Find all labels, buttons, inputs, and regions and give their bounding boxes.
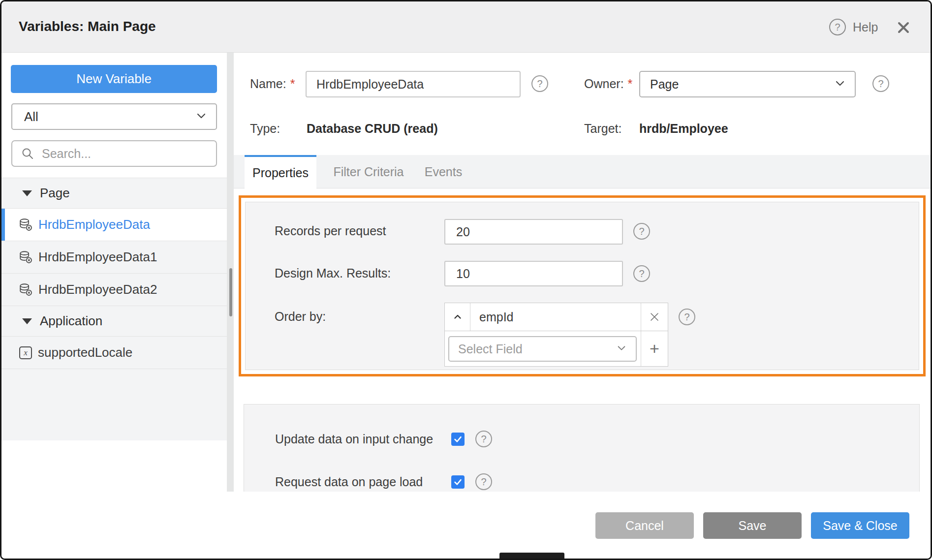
clipped-background-text [499, 553, 564, 560]
order-by-row: empId [444, 303, 668, 331]
request-on-load-help-icon[interactable]: ? [475, 473, 492, 490]
sidebar-list-filler [1, 369, 227, 440]
name-help-icon[interactable]: ? [531, 75, 548, 92]
select-field-dropdown[interactable]: Select Field [448, 336, 637, 362]
detail-tabbar: Properties Filter Criteria Events [234, 155, 932, 188]
variables-dialog: Variables: Main Page ? Help New Variable… [0, 0, 932, 560]
help-button[interactable]: ? Help [829, 19, 878, 35]
variables-sidebar: New Variable All Page [1, 53, 227, 492]
order-by-label: Order by: [275, 310, 326, 324]
required-asterisk: * [290, 77, 295, 91]
close-icon[interactable] [895, 19, 912, 36]
sort-ascending-toggle[interactable] [445, 303, 470, 331]
database-crud-icon [19, 283, 32, 296]
order-by-field-value[interactable]: empId [470, 303, 641, 331]
sidebar-divider [227, 53, 234, 492]
request-on-load-label: Request data on page load [275, 475, 423, 489]
chevron-down-icon [834, 77, 846, 91]
variable-list: Page HrdbEmployeeData [1, 178, 227, 440]
design-max-results-help-icon[interactable]: ? [633, 265, 650, 282]
dialog-titlebar: Variables: Main Page ? Help [1, 1, 931, 53]
tab-filter-criteria[interactable]: Filter Criteria [325, 155, 412, 189]
records-per-request-label: Records per request [275, 224, 386, 238]
dialog-footer: Cancel Save Save & Close [1, 492, 931, 560]
sidebar-item-hrdbemployeedata[interactable]: HrdbEmployeeData [1, 208, 227, 241]
name-input[interactable] [306, 71, 521, 97]
update-on-input-label: Update data on input change [275, 432, 433, 446]
sidebar-group-page[interactable]: Page [1, 178, 227, 208]
database-crud-icon [19, 218, 32, 231]
sidebar-group-application[interactable]: Application [1, 306, 227, 336]
collapse-triangle-icon [22, 318, 32, 324]
sidebar-item-hrdbemployeedata1[interactable]: HrdbEmployeeData1 [1, 241, 227, 273]
type-value: Database CRUD (read) [307, 122, 438, 136]
select-field-placeholder: Select Field [458, 342, 523, 356]
order-by-add-row: Select Field + [444, 331, 668, 367]
save-button[interactable]: Save [703, 512, 802, 539]
check-icon [453, 435, 463, 444]
order-by-help-icon[interactable]: ? [679, 309, 695, 325]
save-and-close-button[interactable]: Save & Close [811, 512, 909, 539]
chevron-down-icon [616, 342, 627, 355]
cancel-button[interactable]: Cancel [595, 512, 694, 539]
owner-selected-value: Page [650, 77, 679, 92]
search-input[interactable] [41, 146, 198, 161]
request-on-load-checkbox[interactable] [451, 475, 465, 489]
owner-select[interactable]: Page [639, 71, 856, 97]
variable-type-filter-select[interactable]: All [11, 103, 217, 130]
name-label: Name:* [250, 77, 295, 91]
update-on-input-help-icon[interactable]: ? [475, 431, 492, 447]
collapse-triangle-icon [22, 190, 32, 196]
variable-detail-panel: Name:* ? Owner:* Page ? Type: Database C… [234, 53, 932, 492]
design-max-results-label: Design Max. Results: [275, 266, 391, 280]
required-asterisk: * [628, 77, 633, 91]
new-variable-button[interactable]: New Variable [11, 65, 217, 93]
x-icon [648, 311, 661, 323]
help-question-icon: ? [829, 19, 846, 35]
sidebar-scrollbar[interactable] [229, 268, 232, 316]
check-icon [453, 477, 463, 487]
sidebar-item-hrdbemployeedata2[interactable]: HrdbEmployeeData2 [1, 273, 227, 306]
records-per-request-input[interactable] [444, 219, 623, 245]
update-on-input-checkbox[interactable] [451, 433, 465, 446]
data-options-panel: Update data on input change ? Request da… [244, 404, 920, 492]
database-crud-icon [19, 250, 32, 264]
design-max-results-input[interactable] [444, 261, 623, 286]
help-label: Help [853, 20, 878, 34]
sidebar-item-supportedlocale[interactable]: x supportedLocale [1, 336, 227, 369]
owner-help-icon[interactable]: ? [872, 75, 889, 92]
variable-x-icon: x [19, 346, 32, 359]
target-value: hrdb/Employee [639, 122, 728, 136]
dialog-title: Variables: Main Page [19, 1, 156, 53]
variable-search[interactable] [11, 140, 217, 167]
filter-selected-value: All [24, 109, 38, 124]
target-label: Target: [584, 122, 621, 136]
owner-label: Owner:* [584, 77, 632, 91]
type-label: Type: [250, 122, 280, 136]
selected-indicator-bar [1, 209, 5, 241]
records-per-request-help-icon[interactable]: ? [633, 223, 650, 240]
remove-order-field-button[interactable] [641, 303, 668, 331]
search-icon [21, 147, 34, 160]
chevron-down-icon [195, 110, 207, 124]
tab-events[interactable]: Events [420, 155, 467, 189]
add-order-field-button[interactable]: + [641, 331, 668, 366]
caret-up-icon [452, 311, 463, 322]
tab-properties[interactable]: Properties [245, 155, 316, 189]
